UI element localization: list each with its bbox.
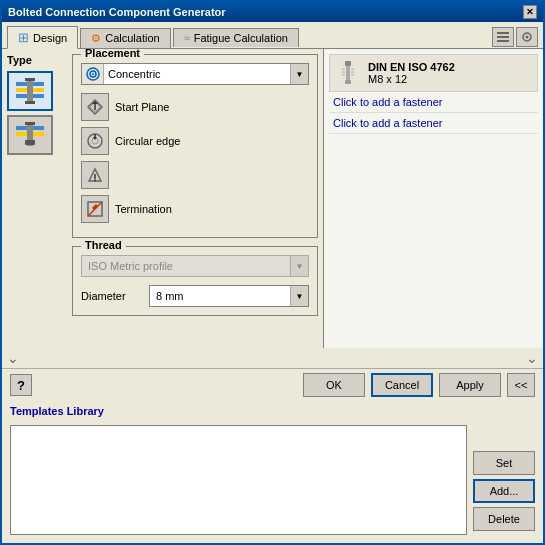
svg-point-4: [526, 35, 529, 38]
fastener-info: DIN EN ISO 4762 M8 x 12: [368, 61, 455, 85]
type-1-icon: [12, 74, 48, 108]
svg-rect-9: [25, 78, 35, 81]
help-button[interactable]: ?: [10, 374, 32, 396]
templates-content: Set Add... Delete: [2, 421, 543, 543]
svg-rect-33: [345, 61, 351, 66]
svg-rect-1: [497, 36, 509, 38]
fastener-slot-1[interactable]: Click to add a fastener: [329, 92, 538, 113]
start-plane-row: Start Plane: [81, 93, 309, 121]
svg-rect-34: [346, 66, 350, 80]
apply-button[interactable]: Apply: [439, 373, 501, 397]
set-button[interactable]: Set: [473, 451, 535, 475]
type-button-1[interactable]: [7, 71, 53, 111]
intermediate-icon: [86, 166, 104, 184]
thread-box: Thread ISO Metric profile ▼ Diameter 8 m…: [72, 246, 318, 316]
right-panel: DIN EN ISO 4762 M8 x 12 Click to add a f…: [323, 49, 543, 348]
templates-header: Templates Library: [2, 401, 543, 421]
window-title: Bolted Connection Component Generator: [8, 6, 226, 18]
diameter-label: Diameter: [81, 290, 141, 302]
tab-fatigue[interactable]: ≈ Fatigue Calculation: [173, 28, 299, 47]
diameter-row: Diameter 8 mm ▼: [81, 285, 309, 307]
type-label: Type: [7, 54, 67, 66]
fastener-icon: [333, 58, 363, 88]
main-content: Type: [2, 49, 543, 348]
termination-button[interactable]: [81, 195, 109, 223]
svg-point-18: [92, 73, 94, 75]
bottom-arrows: ⌄ ⌄: [2, 348, 543, 368]
design-tab-icon: ⊞: [18, 30, 29, 45]
title-bar-buttons: ✕: [523, 5, 537, 19]
svg-rect-2: [497, 40, 509, 42]
fastener-header: DIN EN ISO 4762 M8 x 12: [329, 54, 538, 92]
config-icon: [520, 30, 534, 44]
concentric-dropdown[interactable]: Concentric ▼: [81, 63, 309, 85]
termination-row: Termination: [81, 195, 309, 223]
tab-design[interactable]: ⊞ Design: [7, 26, 78, 49]
type-button-2[interactable]: [7, 115, 53, 155]
cancel-button[interactable]: Cancel: [371, 373, 433, 397]
tabs-row: ⊞ Design ⚙ Calculation ≈ Fatigue Calcula…: [2, 22, 543, 49]
iso-dropdown-arrow: ▼: [290, 256, 308, 276]
button-row: ? OK Cancel Apply <<: [2, 368, 543, 401]
placement-label: Placement: [81, 49, 144, 59]
svg-rect-10: [25, 101, 35, 104]
concentric-icon: [82, 64, 104, 84]
templates-section: Templates Library Set Add... Delete: [2, 401, 543, 543]
templates-label: Templates Library: [10, 405, 104, 417]
intermediate-button[interactable]: [81, 161, 109, 189]
diameter-arrow[interactable]: ▼: [290, 286, 308, 306]
concentric-circles-icon: [86, 67, 100, 81]
main-window: Bolted Connection Component Generator ✕ …: [0, 0, 545, 545]
delete-button[interactable]: Delete: [473, 507, 535, 531]
placement-column: Placement: [72, 49, 323, 348]
fastener-title-line2: M8 x 12: [368, 73, 455, 85]
start-plane-icon: [86, 98, 104, 116]
scroll-down-right[interactable]: ⌄: [526, 350, 538, 366]
toolbar-right: [492, 27, 538, 47]
svg-rect-15: [25, 140, 35, 145]
fatigue-tab-icon: ≈: [184, 32, 190, 44]
svg-rect-0: [497, 32, 509, 34]
concentric-value: Concentric: [104, 66, 290, 82]
type-column: Type: [2, 49, 72, 348]
dropdown-arrow[interactable]: ▼: [290, 64, 308, 84]
circular-edge-label: Circular edge: [115, 135, 180, 147]
templates-actions: Set Add... Delete: [473, 425, 535, 535]
iso-profile-value: ISO Metric profile: [82, 258, 290, 274]
templates-list[interactable]: [10, 425, 467, 535]
toolbar-btn-2[interactable]: [516, 27, 538, 47]
start-plane-button[interactable]: [81, 93, 109, 121]
ok-button[interactable]: OK: [303, 373, 365, 397]
settings-icon: [496, 30, 510, 44]
content-row: Type: [2, 49, 323, 348]
type-buttons: [7, 71, 67, 155]
diameter-dropdown[interactable]: 8 mm ▼: [149, 285, 309, 307]
chevron-button[interactable]: <<: [507, 373, 535, 397]
iso-profile-dropdown: ISO Metric profile ▼: [81, 255, 309, 277]
svg-point-29: [94, 180, 96, 182]
placement-box: Placement: [72, 54, 318, 238]
fastener-slot-2[interactable]: Click to add a fastener: [329, 113, 538, 134]
svg-rect-14: [25, 122, 35, 125]
diameter-value: 8 mm: [150, 288, 290, 304]
add-button[interactable]: Add...: [473, 479, 535, 503]
title-bar: Bolted Connection Component Generator ✕: [2, 2, 543, 22]
toolbar-btn-1[interactable]: [492, 27, 514, 47]
svg-rect-41: [345, 80, 351, 84]
calculation-tab-icon: ⚙: [91, 32, 101, 45]
placement-dropdown-row: Concentric ▼: [81, 63, 309, 85]
thread-label: Thread: [81, 239, 126, 251]
tab-calculation[interactable]: ⚙ Calculation: [80, 28, 170, 48]
close-button[interactable]: ✕: [523, 5, 537, 19]
scroll-down-left[interactable]: ⌄: [7, 350, 19, 366]
circular-edge-row: Circular edge: [81, 127, 309, 155]
circular-edge-button[interactable]: [81, 127, 109, 155]
fastener-title-line1: DIN EN ISO 4762: [368, 61, 455, 73]
start-plane-label: Start Plane: [115, 101, 169, 113]
termination-label: Termination: [115, 203, 172, 215]
bolt-icon: [334, 59, 362, 87]
svg-rect-8: [27, 78, 33, 104]
circular-edge-icon: [86, 132, 104, 150]
termination-icon: [86, 200, 104, 218]
intermediate-row: [81, 161, 309, 189]
